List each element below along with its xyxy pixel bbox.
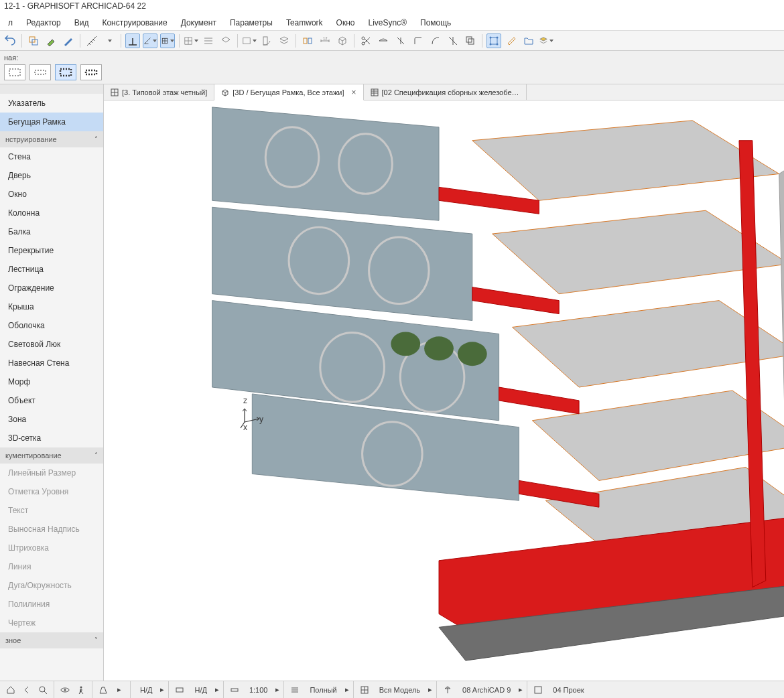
sb-display-group[interactable]: Полный ▸ [284,681,353,698]
menu-window[interactable]: Окно [331,17,361,29]
sb-scope-group[interactable]: Вся Модель ▸ [354,681,437,698]
tool-window[interactable]: Окно [0,185,103,204]
tb-door-icon[interactable] [259,33,274,48]
marquee-bold-icon[interactable] [55,64,76,80]
tool-arc[interactable]: Дуга/Окружность [0,576,103,595]
tool-label[interactable]: Выносная Надпись [0,520,103,539]
marquee-boldthin-icon[interactable] [80,64,102,80]
tool-mesh[interactable]: 3D-сетка [0,429,103,447]
tb-pen-icon[interactable] [61,33,76,48]
tool-railing[interactable]: Ограждение [0,279,103,297]
tool-marquee[interactable]: Бегущая Рамка [0,113,103,131]
tool-stair[interactable]: Лестница [0,260,103,279]
menu-document[interactable]: Документ [176,17,222,29]
section-documentation[interactable]: кументирование˄ [0,447,103,464]
tool-text[interactable]: Текст [0,501,103,520]
tool-roof[interactable]: Крыша [0,297,103,316]
tb-offset-icon[interactable] [463,33,478,48]
tool-lineardim[interactable]: Линейный Размер [0,464,103,482]
chevron-right-icon[interactable]: ▸ [113,683,126,697]
sb-scale-group[interactable]: 1:100 ▸ [224,681,285,698]
tool-line[interactable]: Линия [0,557,103,576]
menu-parameters[interactable]: Параметры [224,17,278,29]
tool-slab[interactable]: Перекрытие [0,241,103,260]
tb-sep [296,34,296,48]
main-toolbar: 12 [0,31,784,51]
tb-snap-angle-dropdown[interactable] [143,33,157,48]
tb-corner-icon[interactable] [411,33,426,48]
tb-ruler-icon[interactable] [84,33,99,48]
tb-trace-icon[interactable] [26,33,41,48]
tool-object[interactable]: Объект [0,391,103,410]
tool-polyline[interactable]: Полилиния [0,595,103,614]
tb-window-dropdown[interactable] [242,33,257,48]
viewport-3d[interactable]: z y x [104,100,784,681]
tool-curtainwall[interactable]: Навесная Стена [0,354,103,372]
tool-column[interactable]: Колонна [0,204,103,222]
tool-pointer[interactable]: Указатель [0,94,103,113]
content-area: [3. Типовой этаж четный] [3D / Бегущая Р… [104,84,784,681]
marquee-rect-icon[interactable] [4,64,25,80]
tool-shell[interactable]: Оболочка [0,316,103,335]
tb-grid-dropdown[interactable] [184,33,198,48]
menu-editor[interactable]: Редактор [21,17,66,29]
sb-nd1-group[interactable]: Н/Д ▸ [131,681,169,698]
tb-layers-dropdown[interactable] [539,33,553,48]
tb-sep [21,34,22,48]
perspective-icon[interactable] [96,683,110,697]
tb-edit-mode-icon[interactable] [504,33,519,48]
tb-adjust-icon[interactable] [376,33,391,48]
marquee-thin-icon[interactable] [29,64,51,80]
menu-construction[interactable]: Конструирование [96,17,172,29]
tool-fill[interactable]: Штриховка [0,539,103,557]
tb-select-mode-icon[interactable] [486,33,501,48]
svg-point-51 [40,687,45,692]
sb-proj-group[interactable]: 04 Проек [527,681,593,698]
menu-help[interactable]: Помощь [415,17,456,29]
tab-floorplan[interactable]: [3. Типовой этаж четный] [104,84,214,100]
zoom-icon[interactable] [36,683,50,697]
menu-livesync[interactable]: LiveSync® [363,17,412,29]
tool-morph[interactable]: Морф [0,372,103,391]
walk-icon[interactable] [74,683,88,697]
tb-split-icon[interactable] [393,33,408,48]
tb-plane-icon[interactable] [218,33,233,48]
pen-set-icon [531,683,545,697]
tb-folder-icon[interactable] [521,33,536,48]
secondary-label: ная: [4,54,780,62]
tb-scissors-icon[interactable] [358,33,373,48]
tb-cut-icon[interactable] [300,33,315,48]
svg-rect-19 [60,69,71,76]
tool-beam[interactable]: Балка [0,222,103,241]
tb-intersect-icon[interactable] [446,33,460,48]
tb-lines-icon[interactable] [201,33,216,48]
orbit-icon[interactable] [58,683,72,697]
home-icon[interactable] [4,683,17,697]
tab-schedule[interactable]: [02 Спецификация сборных железобе… [364,84,527,100]
sb-nd2-group[interactable]: Н/Д ▸ [169,681,223,698]
section-construction[interactable]: нструирование˄ [0,131,103,147]
tb-measure-dropdown[interactable] [102,33,117,48]
tool-door[interactable]: Дверь [0,166,103,185]
tb-highlight-icon[interactable] [44,33,58,48]
tool-zone[interactable]: Зона [0,410,103,429]
tb-undo-icon[interactable] [3,33,17,48]
sb-layer-group[interactable]: 08 ArchiCAD 9 ▸ [437,681,527,698]
tb-layers-icon[interactable] [277,33,291,48]
back-icon[interactable] [20,683,34,697]
section-misc[interactable]: зное˅ [0,632,103,648]
menu-teamwork[interactable]: Teamwork [281,17,328,29]
menu-file-trunc[interactable]: л [3,17,18,29]
tool-level[interactable]: Отметка Уровня [0,482,103,501]
close-icon[interactable]: × [352,88,356,97]
tb-box3d-icon[interactable] [335,33,350,48]
tool-drawing[interactable]: Чертеж [0,614,103,632]
tab-3d[interactable]: [3D / Бегущая Рамка, Все этажи] × [214,84,363,100]
tool-skylight[interactable]: Световой Люк [0,335,103,354]
tb-fillet-icon[interactable] [428,33,443,48]
tool-wall[interactable]: Стена [0,147,103,166]
menu-view[interactable]: Вид [69,17,94,29]
tb-snap-perp-icon[interactable] [125,33,140,48]
tb-snap-grid-dropdown[interactable] [160,33,175,48]
tb-dim-icon[interactable]: 12 [318,33,332,48]
